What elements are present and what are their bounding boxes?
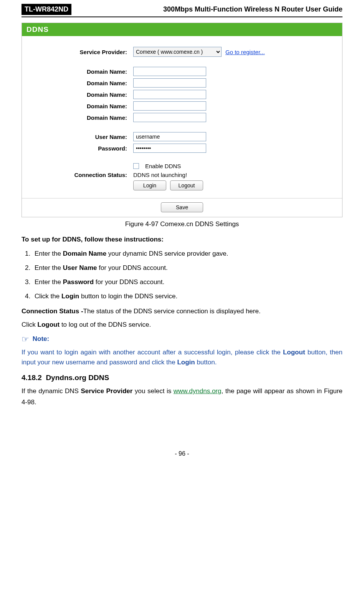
step-3: Enter the Password for your DDNS account… [32, 277, 342, 287]
step-2: Enter the User Name for your DDNS accoun… [32, 263, 342, 273]
username-input[interactable] [133, 132, 206, 141]
domain-name-input-2[interactable] [133, 78, 206, 88]
connection-status-value: DDNS not launching! [133, 172, 187, 178]
domain-name-input-5[interactable] [133, 113, 206, 122]
connection-status-label: Connection Status: [26, 172, 133, 178]
service-provider-select[interactable]: Comexe ( www.comexe.cn ) [133, 47, 222, 57]
register-link[interactable]: Go to register... [225, 49, 265, 55]
doc-title: 300Mbps Multi-Function Wireless N Router… [71, 4, 342, 15]
section-heading: 4.18.2 Dyndns.org DDNS [22, 374, 342, 382]
note-body: If you want to login again with another … [22, 347, 342, 368]
dyndns-link[interactable]: www.dyndns.org [174, 387, 222, 395]
doc-header: TL-WR842ND 300Mbps Multi-Function Wirele… [22, 4, 342, 15]
username-label: User Name: [26, 134, 133, 140]
password-label: Password: [26, 145, 133, 152]
pointer-icon: ☞ [22, 334, 29, 344]
instructions-lead: To set up for DDNS, follow these instruc… [22, 236, 164, 243]
section-paragraph: If the dynamic DNS Service Provider you … [22, 386, 342, 408]
enable-ddns-checkbox[interactable] [133, 163, 139, 169]
domain-name-label-4: Domain Name: [26, 103, 133, 109]
header-rule [22, 17, 342, 17]
step-4: Click the Login button to login the DDNS… [32, 291, 342, 301]
instruction-list: Enter the Domain Name your dynamic DNS s… [22, 248, 342, 302]
domain-name-label-2: Domain Name: [26, 80, 133, 86]
domain-name-input-4[interactable] [133, 101, 206, 111]
connection-status-desc: Connection Status -The status of the DDN… [22, 307, 342, 316]
ddns-figure: DDNS Service Provider: Comexe ( www.come… [22, 23, 342, 217]
login-button[interactable]: Login [133, 180, 166, 190]
domain-name-label-1: Domain Name: [26, 68, 133, 75]
figure-caption: Figure 4-97 Comexe.cn DDNS Settings [22, 220, 342, 228]
logout-button[interactable]: Logout [170, 180, 203, 190]
page-number: - 96 - [22, 450, 342, 457]
step-1: Enter the Domain Name your dynamic DNS s… [32, 248, 342, 259]
panel-heading: DDNS [22, 23, 342, 36]
enable-ddns-label: Enable DDNS [145, 163, 181, 169]
domain-name-label-3: Domain Name: [26, 91, 133, 98]
service-provider-label: Service Provider: [26, 49, 133, 55]
domain-name-label-5: Domain Name: [26, 114, 133, 121]
logout-desc: Click Logout to log out of the DDNS serv… [22, 320, 342, 330]
save-button[interactable]: Save [161, 202, 203, 212]
password-input[interactable] [133, 144, 206, 153]
domain-name-input-1[interactable] [133, 67, 206, 76]
domain-name-input-3[interactable] [133, 90, 206, 99]
model-badge: TL-WR842ND [22, 4, 71, 15]
note-heading: ☞ Note: [22, 334, 342, 344]
